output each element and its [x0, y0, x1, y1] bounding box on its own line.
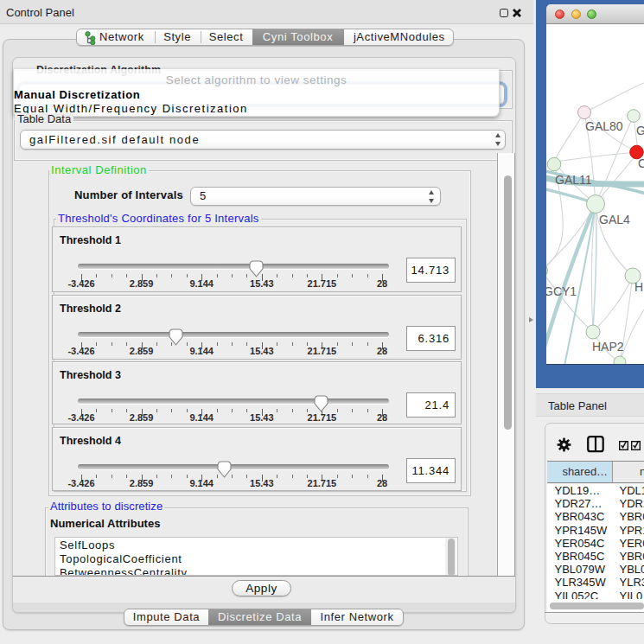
- svg-text:GCY1: GCY1: [546, 284, 577, 298]
- svg-text:HAP2: HAP2: [592, 340, 624, 354]
- svg-text:C: C: [638, 156, 644, 170]
- svg-text:GAL4: GAL4: [599, 213, 630, 226]
- svg-text:H: H: [634, 280, 643, 294]
- svg-text:GAL80: GAL80: [585, 119, 623, 133]
- svg-text:GAL11: GAL11: [555, 173, 592, 187]
- svg-text:G.: G.: [636, 124, 644, 137]
